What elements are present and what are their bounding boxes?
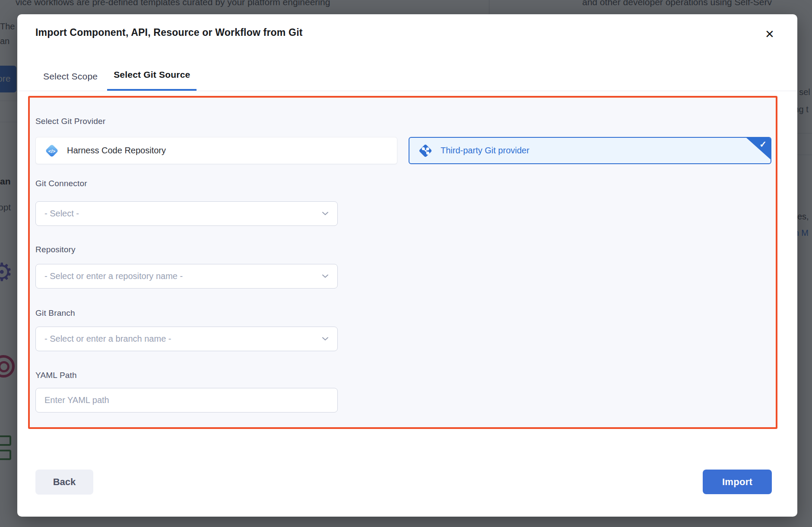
import-button[interactable]: Import — [703, 470, 772, 494]
dialog-title: Import Component, API, Resource or Workf… — [35, 27, 303, 38]
git-connector-placeholder: - Select - — [44, 209, 322, 219]
git-branch-select[interactable]: - Select or enter a branch name - — [35, 327, 338, 351]
dialog-tabs: Select Scope Select Git Source — [43, 67, 197, 91]
tab-select-scope[interactable]: Select Scope — [43, 69, 98, 91]
harness-code-icon: </> — [44, 143, 60, 159]
back-button[interactable]: Back — [35, 470, 93, 495]
git-branch-placeholder: - Select or enter a branch name - — [44, 334, 322, 344]
yaml-path-input[interactable] — [44, 388, 329, 412]
chevron-down-icon — [322, 274, 329, 278]
close-icon[interactable]: ✕ — [760, 25, 779, 44]
svg-text:</>: </> — [48, 148, 56, 153]
tab-select-git-source[interactable]: Select Git Source — [107, 67, 197, 91]
provider-card-harness[interactable]: </> Harness Code Repository — [35, 137, 397, 164]
tabs-divider — [17, 91, 797, 91]
git-connector-select[interactable]: - Select - — [35, 201, 338, 226]
check-icon: ✓ — [759, 139, 767, 149]
selected-corner — [746, 138, 771, 159]
provider-card-label: Third-party Git provider — [441, 146, 530, 156]
provider-card-label: Harness Code Repository — [67, 146, 166, 156]
yaml-path-label: YAML Path — [35, 371, 77, 380]
select-git-provider-label: Select Git Provider — [35, 117, 105, 126]
git-provider-options: </> Harness Code Repository Third-party … — [35, 137, 771, 164]
chevron-down-icon — [322, 337, 329, 341]
repository-placeholder: - Select or enter a repository name - — [44, 271, 322, 281]
git-icon — [417, 143, 434, 159]
yaml-path-field — [35, 388, 338, 413]
git-branch-label: Git Branch — [35, 308, 75, 318]
repository-select[interactable]: - Select or enter a repository name - — [35, 264, 338, 289]
git-connector-label: Git Connector — [35, 179, 87, 188]
import-from-git-dialog: Import Component, API, Resource or Workf… — [17, 14, 797, 517]
repository-label: Repository — [35, 245, 76, 254]
highlighted-form-region: Select Git Provider </> Harness Code Rep… — [28, 96, 777, 429]
provider-card-third-party[interactable]: Third-party Git provider ✓ — [409, 137, 771, 164]
chevron-down-icon — [322, 212, 329, 216]
